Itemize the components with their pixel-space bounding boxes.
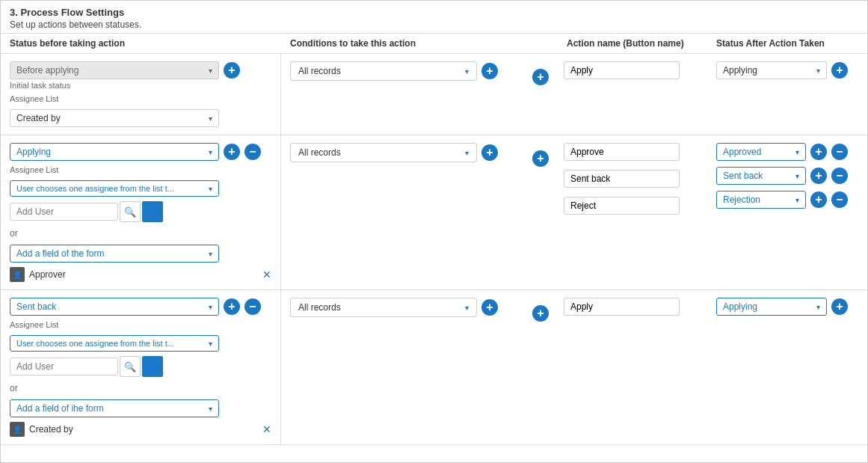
- action-name-input-2b[interactable]: [564, 170, 680, 188]
- conditions-cell-3: All records ▾ + +: [281, 290, 558, 444]
- status-after-cell-2: Approved ▾ + − Sent back ▾ + − Rejection…: [707, 135, 857, 289]
- action-name-input-3[interactable]: [564, 298, 680, 316]
- page-subtitle: Set up actions between statuses.: [10, 19, 858, 30]
- page-title: 3. Process Flow Settings: [10, 7, 858, 18]
- chevron-icon: ▾: [465, 304, 469, 312]
- chevron-icon: ▾: [465, 67, 469, 76]
- assignee-select-1[interactable]: Created by ▾: [10, 109, 219, 127]
- add-user-input-2[interactable]: [10, 203, 118, 221]
- chevron-icon: ▾: [209, 303, 212, 311]
- status-cell-3: Sent back ▾ + − Assignee List User choos…: [1, 290, 281, 444]
- conditions-select-3[interactable]: All records ▾: [290, 298, 477, 317]
- status-after-select-2a[interactable]: Approved ▾: [716, 143, 806, 161]
- chevron-icon: ▾: [209, 114, 212, 123]
- search-button-2[interactable]: 🔍: [120, 201, 141, 222]
- status-after-select-2b[interactable]: Sent back ▾: [716, 167, 806, 185]
- status-after-select-2c[interactable]: Rejection ▾: [716, 191, 806, 209]
- conditions-cell-1: All records ▾ + +: [281, 54, 558, 135]
- add-action-2b-button[interactable]: +: [810, 168, 827, 184]
- chevron-icon: ▾: [209, 250, 212, 258]
- chevron-icon: ▾: [465, 149, 469, 157]
- add-condition-3-button[interactable]: +: [481, 299, 498, 316]
- chevron-icon: ▾: [795, 172, 799, 180]
- chevron-icon: ▾: [816, 303, 820, 311]
- browse-user-button-2[interactable]: 👤: [142, 201, 163, 222]
- add-action-3-button[interactable]: +: [831, 298, 848, 315]
- status-after-cell-3: Applying ▾ +: [707, 290, 857, 444]
- tag-person-icon: 👤: [10, 267, 25, 282]
- remove-status-2-button[interactable]: −: [244, 144, 261, 160]
- conditions-cell-2: All records ▾ + +: [281, 135, 558, 289]
- remove-action-2c-button[interactable]: −: [831, 191, 848, 208]
- status-cell-2: Applying ▾ + − Assignee List User choose…: [1, 135, 281, 289]
- remove-action-2a-button[interactable]: −: [831, 144, 848, 160]
- chevron-icon: ▾: [209, 67, 212, 75]
- add-condition-1-button[interactable]: +: [481, 63, 498, 79]
- chevron-icon: ▾: [209, 340, 212, 348]
- add-field-select-3[interactable]: Add a field of ihe form ▾: [10, 399, 219, 417]
- table-header: Status before taking action Conditions t…: [1, 34, 867, 54]
- tag-close-2[interactable]: ✕: [262, 269, 271, 280]
- status-after-select-1[interactable]: Applying ▾: [716, 61, 827, 79]
- add-action-1-button[interactable]: +: [831, 62, 848, 79]
- add-field-select-2[interactable]: Add a field of the form ▾: [10, 245, 219, 263]
- col4-header: Status After Action Taken: [716, 38, 866, 49]
- chevron-icon: ▾: [816, 67, 820, 75]
- col2-header: Conditions to take this action: [290, 38, 567, 49]
- chevron-icon: ▾: [795, 196, 799, 204]
- search-button-3[interactable]: 🔍: [120, 356, 141, 377]
- action-name-input-2a[interactable]: [564, 143, 680, 161]
- table-row: Applying ▾ + − Assignee List User choose…: [1, 135, 867, 290]
- add-condition-2-button[interactable]: +: [481, 144, 498, 161]
- page-wrapper: 3. Process Flow Settings Set up actions …: [0, 0, 868, 463]
- tag-person-icon: 👤: [10, 422, 25, 437]
- table-row: Before applying ▾ + Initial task status …: [1, 54, 867, 135]
- add-conditions-group-3-button[interactable]: +: [532, 305, 549, 322]
- add-user-input-3[interactable]: [10, 358, 118, 375]
- assignee-label-2: Assignee List: [10, 165, 271, 174]
- chevron-icon: ▾: [209, 185, 212, 193]
- add-status-2-button[interactable]: +: [224, 144, 240, 160]
- tag-close-3[interactable]: ✕: [262, 423, 271, 435]
- col1-header: Status before taking action: [10, 38, 290, 49]
- add-action-2a-button[interactable]: +: [810, 144, 827, 160]
- add-status-3-button[interactable]: +: [224, 298, 240, 315]
- table-row: Sent back ▾ + − Assignee List User choos…: [1, 290, 867, 445]
- conditions-select-1[interactable]: All records ▾: [290, 61, 477, 81]
- tag-item-2: 👤 Approver ✕: [10, 267, 271, 282]
- status-after-cell-1: Applying ▾ +: [707, 54, 857, 135]
- add-status-1-button[interactable]: +: [224, 62, 240, 79]
- chevron-icon: ▾: [209, 148, 212, 156]
- status-select-2[interactable]: Applying ▾: [10, 143, 219, 161]
- col3-header: Action name (Button name): [567, 38, 716, 49]
- status-select-3[interactable]: Sent back ▾: [10, 298, 219, 316]
- chevron-icon: ▾: [209, 405, 212, 413]
- assignee-label-1: Assignee List: [10, 94, 271, 103]
- status-select-1[interactable]: Before applying ▾: [10, 61, 219, 79]
- add-action-2c-button[interactable]: +: [810, 191, 827, 208]
- status-cell-1: Before applying ▾ + Initial task status …: [1, 54, 281, 135]
- assignee-label-3: Assignee List: [10, 320, 271, 329]
- or-text-3: or: [10, 383, 271, 393]
- remove-action-2b-button[interactable]: −: [831, 168, 848, 184]
- or-text-2: or: [10, 228, 271, 239]
- add-conditions-group-1-button[interactable]: +: [532, 69, 549, 85]
- action-name-cell-1: [558, 54, 707, 135]
- status-after-select-3[interactable]: Applying ▾: [716, 298, 827, 316]
- action-name-input-2c[interactable]: [564, 197, 680, 215]
- add-conditions-group-2-button[interactable]: +: [532, 150, 549, 167]
- browse-user-button-3[interactable]: 👤: [142, 356, 163, 377]
- assignee-select-2[interactable]: User chooses one assignee from the list …: [10, 180, 219, 197]
- initial-task-label: Initial task status: [10, 81, 271, 90]
- chevron-icon: ▾: [795, 148, 799, 156]
- action-name-cell-2: [558, 135, 707, 289]
- page-header: 3. Process Flow Settings Set up actions …: [1, 1, 867, 34]
- remove-status-3-button[interactable]: −: [244, 298, 261, 315]
- action-name-input-1[interactable]: [564, 61, 680, 79]
- conditions-select-2[interactable]: All records ▾: [290, 143, 477, 162]
- action-name-cell-3: [558, 290, 707, 444]
- assignee-select-3[interactable]: User chooses one assignee from the list …: [10, 335, 219, 352]
- tag-item-3: 👤 Created by ✕: [10, 422, 271, 437]
